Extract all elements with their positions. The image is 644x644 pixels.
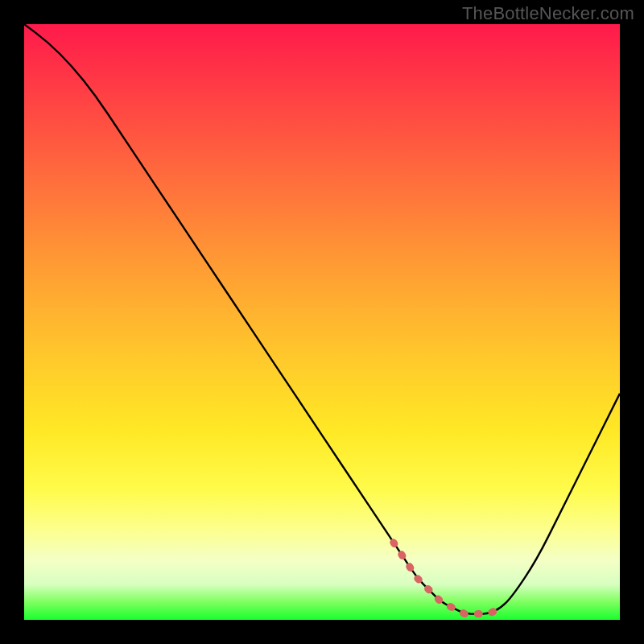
chart-frame: TheBottleNecker.com [0, 0, 644, 644]
plot-area [24, 24, 620, 620]
watermark-text: TheBottleNecker.com [462, 3, 634, 24]
curve-svg [24, 24, 620, 620]
bottleneck-curve [24, 24, 620, 614]
valley-highlight [394, 543, 501, 614]
